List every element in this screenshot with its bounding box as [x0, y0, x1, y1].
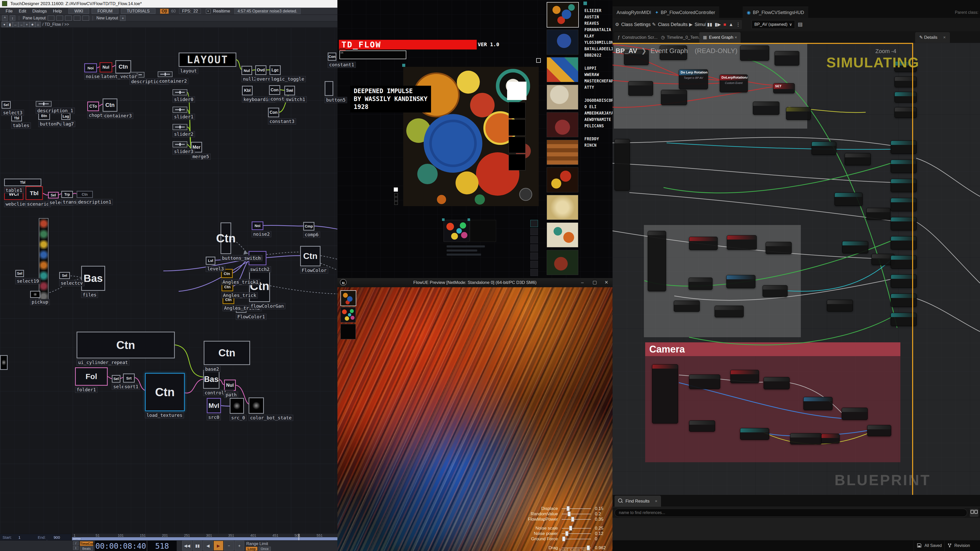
td-node-description_1[interactable] [36, 101, 52, 106]
td-node-pickup[interactable] [30, 291, 40, 298]
td-node-description1[interactable]: Ctn [76, 191, 93, 198]
path-icon-1[interactable]: ▮ [7, 22, 13, 27]
outline-marker[interactable] [394, 197, 398, 201]
white-panel[interactable] [507, 82, 527, 100]
path-icon-5[interactable]: ★ [30, 22, 35, 27]
viewport-thumbnail[interactable] [340, 290, 356, 306]
ue-node[interactable] [740, 428, 769, 440]
plus-button[interactable]: + [234, 541, 244, 551]
ue-node[interactable] [689, 375, 720, 389]
new-layout-add-button[interactable]: + [120, 15, 126, 21]
td-node-src0[interactable]: MvI [207, 398, 221, 413]
link-button-tutorials[interactable]: TUTORIALS [121, 8, 156, 14]
td-node-constant3[interactable]: Con [268, 108, 279, 118]
camera-comment-title[interactable]: Camera [645, 342, 900, 356]
menu-file[interactable]: File [3, 9, 16, 14]
td-node-ui_cylinder_repeat[interactable]: Ctn [76, 332, 175, 359]
palette-cell[interactable] [509, 119, 525, 136]
td-node-select19[interactable]: Sel [15, 270, 24, 277]
layout-preset-split-v[interactable] [56, 16, 63, 21]
link-button-forum[interactable]: FORUM [92, 8, 118, 14]
tab-details[interactable]: ✎ Details × [915, 32, 950, 43]
ue-node[interactable] [775, 51, 799, 65]
ue-node[interactable] [867, 425, 891, 436]
ue-node[interactable] [714, 306, 744, 318]
ue-node-dolerprotationaction[interactable]: DoLerpRotationActionCustom Event [720, 75, 748, 92]
artwork-thumbnail[interactable] [547, 250, 578, 275]
tab-find-results[interactable]: Find Results × [614, 495, 661, 507]
artwork-thumbnail[interactable] [547, 2, 579, 27]
find-references-input[interactable] [614, 509, 967, 517]
texture-preview-empty[interactable] [470, 220, 496, 242]
flow-input-box[interactable]: ON [339, 51, 406, 59]
artwork-thumbnail[interactable] [547, 30, 578, 55]
param-slider[interactable] [562, 519, 591, 519]
rewind-button[interactable]: ◀◀ [182, 541, 192, 551]
slider-thumb[interactable] [565, 531, 568, 536]
slider-thumb[interactable] [566, 506, 570, 511]
td-node-table1[interactable]: Tbl [4, 179, 41, 186]
ue-node[interactable] [866, 208, 891, 220]
ue-node[interactable] [764, 377, 790, 389]
path-icon-0[interactable]: ▾ [2, 22, 7, 27]
td-node-src_0[interactable] [230, 398, 244, 414]
param-slider[interactable] [562, 514, 591, 514]
td-node-latent_vector[interactable]: Nul [100, 62, 112, 73]
play-button[interactable]: ▶ [213, 541, 223, 551]
ue-node[interactable] [689, 278, 713, 290]
td-titlebar[interactable]: TouchDesigner 2023.11600: Z:/AV/FlowCV/F… [0, 0, 337, 8]
td-node-keyboardin1[interactable]: KbI [242, 86, 253, 95]
debug-object-dropdown[interactable]: BP_AV (spawned) ∨ [752, 20, 795, 29]
event-graph-canvas[interactable]: BLUEPRINT Camera [612, 43, 980, 495]
ue-node[interactable] [811, 141, 836, 155]
white-marker[interactable] [394, 187, 398, 192]
td-node-logic_toggle[interactable]: Lgc [269, 65, 281, 75]
layout-preset-single[interactable] [48, 16, 54, 21]
close-icon[interactable]: × [655, 499, 657, 503]
doc-tab-eventgraph[interactable]: ▦Event Graph × [699, 32, 741, 43]
browse-button[interactable]: ▤ [798, 21, 803, 27]
strip-thumbnail[interactable] [39, 260, 48, 271]
td-node-select14[interactable]: Sel [48, 192, 59, 198]
param-slider[interactable] [562, 548, 591, 548]
strip-thumbnail[interactable] [39, 219, 48, 229]
more-options-icon[interactable]: ⋮ [736, 22, 740, 27]
range-bar-handle[interactable]: … [73, 537, 81, 540]
param-slider[interactable] [562, 539, 591, 539]
doc-tab-constructionscr[interactable]: ƒConstruction Scr... [614, 32, 661, 43]
td-node-selectcv[interactable]: Sel [59, 272, 70, 279]
param-slider[interactable] [562, 534, 591, 534]
outline-marker[interactable] [394, 201, 398, 205]
strip-thumbnail[interactable] [39, 271, 48, 281]
strip-thumbnail[interactable] [39, 240, 48, 250]
artwork-thumbnail[interactable] [547, 167, 578, 192]
layout-preset-quad[interactable] [83, 16, 89, 21]
pause-button[interactable]: ▮▮ [192, 541, 202, 551]
artwork-thumbnail[interactable] [547, 140, 578, 165]
ue-node[interactable] [727, 235, 757, 250]
ue-node[interactable] [765, 242, 792, 254]
ue-node[interactable] [689, 421, 715, 432]
ue-node[interactable] [730, 370, 759, 383]
layout-preset-split-h[interactable] [65, 16, 72, 21]
viewport-thumbnail[interactable] [340, 307, 356, 322]
timeline-range-bar[interactable]: … [72, 537, 337, 540]
stop-button[interactable]: ■ [724, 22, 726, 27]
ue-node[interactable] [614, 139, 630, 191]
td-node-level3[interactable]: Lvl [206, 257, 215, 265]
close-icon[interactable]: × [943, 35, 946, 40]
palette-cell[interactable] [509, 102, 525, 118]
menu-dialogs[interactable]: Dialogs [29, 9, 50, 14]
artwork-thumbnail[interactable] [547, 85, 578, 110]
class-settings-button[interactable]: ⚙Class Settings [615, 18, 651, 31]
param-slider[interactable] [562, 528, 591, 529]
td-node-anon[interactable] [39, 218, 48, 302]
ue-node[interactable] [894, 107, 917, 118]
slider-thumb[interactable] [569, 526, 572, 530]
td-node-buttons_switch[interactable]: Ctn [221, 222, 231, 254]
minimize-button[interactable]: – [577, 278, 588, 287]
td-node-base2[interactable]: Ctn [204, 341, 250, 365]
flowue-titlebar[interactable]: u FlowUE Preview [NetMode: Standalone 0]… [337, 278, 612, 287]
oi-badge[interactable]: O|I [160, 9, 169, 14]
once-button[interactable]: Once [259, 547, 271, 551]
